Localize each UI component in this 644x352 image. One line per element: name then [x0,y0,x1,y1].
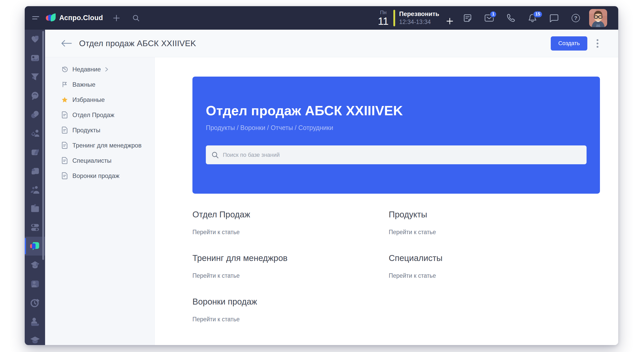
app-rail [25,30,45,345]
top-bar: Аспро.Cloud Пн 11 Перезвонить 12:34-13:3… [25,6,618,30]
arrow-left-icon [61,40,72,47]
clients-icon [30,128,40,138]
event-color-bar [393,10,395,26]
sidebar-item-label: Недавние [72,66,101,73]
create-button[interactable]: Создать [551,36,587,51]
tasks-icon [30,147,40,157]
knowledge-base-icon [30,241,40,251]
article-link[interactable]: Перейти к статье [389,272,436,279]
day-number: 11 [378,16,389,26]
calendar-date[interactable]: Пн 11 [378,10,389,26]
rail-item-academy[interactable] [25,331,45,345]
help-button[interactable]: ? [571,13,580,23]
rail-scrollbar[interactable] [42,31,44,260]
article-card: Отдел Продаж Перейти к статье [192,210,389,236]
person-icon [30,279,40,289]
sidebar-item-article[interactable]: Отдел Продаж [45,107,155,122]
sidebar-item-label: Продукты [72,127,100,134]
graduation-cap-icon [30,335,40,345]
add-event-button[interactable] [446,18,453,24]
toggles-icon [30,222,40,233]
education-icon [30,260,40,270]
user-avatar[interactable] [589,9,607,27]
global-search-button[interactable] [131,13,141,23]
day-of-week: Пн [378,10,389,15]
article-title: Тренинг для менеджров [192,253,389,263]
more-actions-button[interactable] [595,38,600,49]
quick-add-button[interactable] [112,13,121,23]
sidebar-item-recent[interactable]: Недавние [45,62,155,77]
chat-icon [549,14,559,22]
mail-badge: 1 [490,11,497,18]
menu-toggle-icon[interactable] [32,15,39,21]
search-icon [211,151,219,159]
callback-event[interactable]: Перезвонить 12:34-13:34 [399,11,439,25]
folder-up-icon [30,203,40,214]
hr-icon [30,316,40,327]
document-icon [61,126,68,134]
knowledge-sidebar: Недавние Важные [45,57,155,345]
article-title: Отдел Продаж [192,210,389,219]
knowledge-search[interactable] [206,145,587,164]
plus-icon [113,14,120,22]
history-icon [61,66,68,73]
phone-button[interactable] [506,13,515,23]
back-button[interactable] [61,39,73,47]
rail-item-hr[interactable] [25,312,45,331]
chat-button[interactable] [549,13,559,23]
article-title: Продукты [389,210,600,219]
rail-item-contacts[interactable] [25,274,45,293]
sidebar-item-label: Тренинг для менеджров [72,142,141,149]
search-icon [132,14,140,22]
search-input[interactable] [223,152,581,158]
sidebar-item-label: Воронки продаж [72,172,119,179]
page-header: Отдел продаж АБСК XXIIIVEK Создать [45,30,618,57]
notes-button[interactable] [463,13,472,23]
notifications-badge: 15 [533,11,543,18]
mail-button[interactable]: 1 [485,13,494,23]
main-content: Отдел продаж АБСК XXIIIVEK Продукты / Во… [155,57,618,345]
logo-text: Аспро.Cloud [59,14,103,22]
app-window: Аспро.Cloud Пн 11 Перезвонить 12:34-13:3… [25,6,618,345]
document-icon [61,142,68,149]
hero-card: Отдел продаж АБСК XXIIIVEK Продукты / Во… [192,77,600,194]
article-card: Продукты Перейти к статье [389,210,600,236]
hero-subtitle: Продукты / Воронки / Отчеты / Сотрудники [206,124,587,132]
note-icon [463,13,472,23]
chevron-right-icon[interactable] [105,67,108,72]
app-logo[interactable]: Аспро.Cloud [46,13,103,23]
sidebar-item-article[interactable]: Специалисты [45,153,155,168]
article-link[interactable]: Перейти к статье [192,229,240,235]
sidebar-item-important[interactable]: Важные [45,77,155,92]
sidebar-item-article[interactable]: Продукты [45,122,155,138]
document-icon [61,172,68,179]
flag-icon [61,81,68,88]
hero-title: Отдел продаж АБСК XXIIIVEK [206,77,587,118]
page-title: Отдел продаж АБСК XXIIIVEK [79,39,551,48]
article-card: Тренинг для менеджров Перейти к статье [192,253,389,279]
document-icon [61,111,68,119]
media-icon [30,53,40,63]
products-icon [30,166,40,176]
plus-icon [446,18,453,24]
article-card: Специалисты Перейти к статье [389,253,600,279]
callback-time: 12:34-13:34 [399,19,439,25]
phone-icon [506,14,515,22]
avatar-photo [589,9,607,27]
article-link[interactable]: Перейти к статье [389,229,436,235]
notifications-button[interactable]: 15 [528,13,537,23]
article-grid: Отдел Продаж Перейти к статье Продукты П… [192,210,600,323]
star-icon [61,96,68,103]
sidebar-item-article[interactable]: Тренинг для менеджров [45,138,155,153]
rail-item-tracker[interactable] [25,293,45,312]
sidebar-item-label: Отдел Продаж [72,111,114,119]
sidebar-item-favorites[interactable]: Избранные [45,92,155,107]
article-title: Воронки продаж [192,297,389,307]
article-link[interactable]: Перейти к статье [192,272,240,279]
sidebar-item-article[interactable]: Воронки продаж [45,168,155,183]
stopwatch-icon [30,298,40,308]
article-link[interactable]: Перейти к статье [192,316,240,323]
funnel-icon [30,72,40,82]
sidebar-item-label: Специалисты [72,157,112,164]
sidebar-item-label: Избранные [72,96,105,103]
